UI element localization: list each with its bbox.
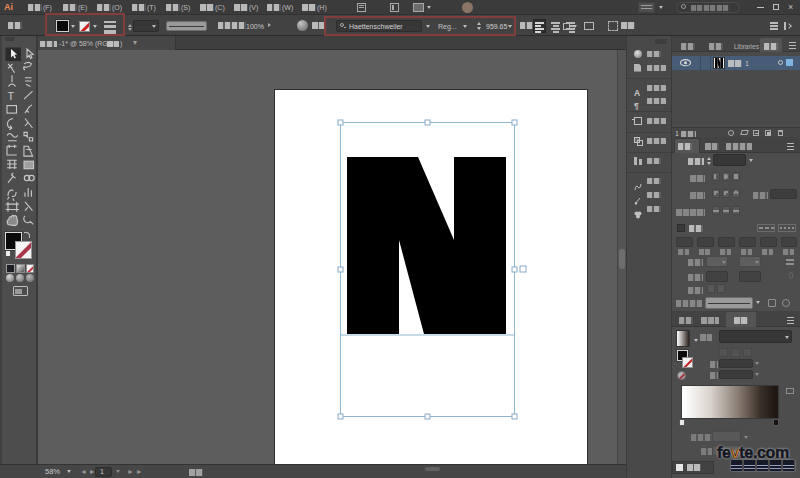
svg-text:¶: ¶ (634, 101, 639, 110)
svg-text:T: T (8, 90, 15, 102)
